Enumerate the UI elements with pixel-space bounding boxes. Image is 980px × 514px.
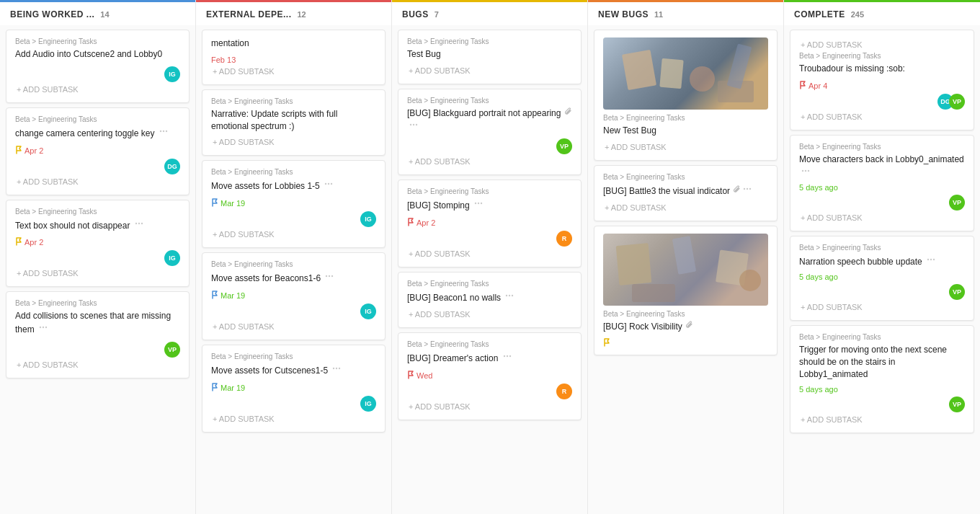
date-text: Mar 19 <box>220 384 245 392</box>
menu-dots-icon[interactable] <box>331 365 342 376</box>
days-ago: 5 days ago <box>799 183 965 192</box>
card-title: [BUG] Battle3 the visual indicator <box>603 184 752 198</box>
card-title-row: Narrative: Update scripts with full emot… <box>211 108 376 136</box>
task-card: Beta > Engineering Tasks Trigger for mov… <box>790 325 974 433</box>
card-title: Narrative: Update scripts with full emot… <box>211 108 376 133</box>
add-subtask-button[interactable]: + ADD SUBTASK <box>211 135 376 149</box>
svg-point-10 <box>328 183 329 185</box>
avatar-container: VP <box>799 284 965 300</box>
card-title-row: [BUG] Blackguard portrait not appearing <box>407 107 572 136</box>
menu-dots-icon[interactable] <box>742 186 752 196</box>
add-subtask-button[interactable]: + ADD SUBTASK <box>603 140 768 154</box>
svg-point-1 <box>163 130 164 132</box>
date-badge: Apr 2 <box>15 237 43 247</box>
card-breadcrumb: Beta > Engineering Tasks <box>407 340 572 348</box>
svg-point-9 <box>325 183 326 185</box>
card-title-row: [BUG] Dreamer's action <box>407 351 572 368</box>
column-count: 12 <box>297 10 306 19</box>
add-subtask-button[interactable]: + ADD SUBTASK <box>799 211 965 225</box>
card-title: [BUG] Blackguard portrait not appearing <box>407 107 572 133</box>
card-breadcrumb: Beta > Engineering Tasks <box>211 260 376 268</box>
card-breadcrumb: Beta > Engineering Tasks <box>799 143 965 151</box>
menu-dots-icon[interactable] <box>324 181 334 191</box>
add-subtask-button[interactable]: + ADD SUBTASK <box>407 63 572 78</box>
card-title-row: Text box should not disappear <box>15 218 180 235</box>
avatar-container: IG <box>211 211 376 227</box>
svg-point-24 <box>506 295 507 296</box>
add-subtask-button[interactable]: + ADD SUBTASK <box>407 154 572 169</box>
svg-point-3 <box>135 222 137 223</box>
add-subtask-button[interactable]: + ADD SUBTASK <box>211 64 376 79</box>
column-header: BUGS 7 <box>392 0 587 25</box>
column-title: BUGS <box>402 9 429 19</box>
card-breadcrumb: Beta > Engineering Tasks <box>211 97 376 105</box>
card-title-row: mentation <box>211 37 376 53</box>
task-card: Beta > Engineering Tasks Narrative: Upda… <box>202 89 386 156</box>
task-card: Beta > Engineering Tasks Move assets for… <box>202 345 386 433</box>
avatar-container: VP <box>407 138 572 154</box>
add-subtask-button[interactable]: + ADD SUBTASK <box>407 307 572 322</box>
card-title-row: New Test Bug <box>603 125 768 140</box>
svg-point-31 <box>747 188 748 190</box>
date-badge: Mar 19 <box>211 198 245 208</box>
menu-dots-icon[interactable] <box>502 353 512 363</box>
card-title: Move characters back in Lobby0_animated <box>799 154 965 180</box>
add-subtask-button[interactable]: + ADD SUBTASK <box>211 319 376 334</box>
column-body: Beta > Engineering Tasks New Test Bug + … <box>588 25 783 514</box>
card-title: Move assets for Lobbies 1-5 <box>211 179 334 192</box>
card-breadcrumb: Beta > Engineering Tasks <box>15 208 180 216</box>
menu-dots-icon[interactable] <box>134 221 144 231</box>
add-subtask-button[interactable]: + ADD SUBTASK <box>799 110 965 124</box>
card-title: Troubadour is missing :sob: <box>799 63 905 75</box>
menu-dots-icon[interactable] <box>926 257 936 267</box>
column-external-deps: EXTERNAL DEPE... 12 mentation Feb 13 + A… <box>196 0 392 514</box>
date-badge: Apr 2 <box>15 146 43 156</box>
add-subtask-button[interactable]: + ADD SUBTASK <box>407 247 572 261</box>
add-subtask-button[interactable]: + ADD SUBTASK <box>799 412 965 427</box>
task-card: + ADD SUBTASKBeta > Engineering Tasks Tr… <box>790 30 974 130</box>
task-card: Beta > Engineering Tasks [BUG] Dreamer's… <box>398 332 582 420</box>
add-subtask-top-button[interactable]: + ADD SUBTASK <box>799 37 965 52</box>
add-subtask-button[interactable]: + ADD SUBTASK <box>407 399 572 414</box>
svg-point-35 <box>808 169 809 171</box>
add-subtask-button[interactable]: + ADD SUBTASK <box>15 266 180 280</box>
card-breadcrumb: Beta > Engineering Tasks <box>15 299 180 307</box>
card-title-row: Troubadour is missing :sob: <box>799 63 965 78</box>
column-count: 14 <box>100 10 109 19</box>
card-breadcrumb: Beta > Engineering Tasks <box>603 114 768 122</box>
task-card: Beta > Engineering Tasks Test Bug + ADD … <box>398 30 582 84</box>
card-title-row: Move characters back in Lobby0_animated <box>799 154 965 182</box>
menu-dots-icon[interactable] <box>409 122 419 132</box>
column-being-worked: BEING WORKED ... 14 Beta > Engineering T… <box>0 0 196 514</box>
add-subtask-button[interactable]: + ADD SUBTASK <box>211 227 376 242</box>
avatar: IG <box>360 396 376 412</box>
add-subtask-button[interactable]: + ADD SUBTASK <box>603 200 768 215</box>
add-subtask-button[interactable]: + ADD SUBTASK <box>15 174 180 189</box>
card-footer: Apr 4 <box>799 81 965 91</box>
add-subtask-button[interactable]: + ADD SUBTASK <box>15 82 180 97</box>
menu-dots-icon[interactable] <box>159 128 169 138</box>
card-title-row: [BUG] Stomping <box>407 198 572 215</box>
card-footer: Apr 2 <box>15 237 180 247</box>
menu-dots-icon[interactable] <box>38 324 48 334</box>
task-card: Beta > Engineering Tasks [BUG] Blackguar… <box>398 89 582 176</box>
menu-dots-icon[interactable] <box>504 293 514 303</box>
menu-dots-icon[interactable] <box>324 273 334 283</box>
avatar-container: IG <box>211 396 376 412</box>
card-title: Move assets for Beacons1-6 <box>211 271 334 285</box>
avatar: IG <box>164 66 180 82</box>
svg-point-13 <box>329 275 330 277</box>
svg-point-17 <box>339 368 340 369</box>
add-subtask-button[interactable]: + ADD SUBTASK <box>799 300 965 314</box>
task-card: Beta > Engineering Tasks [BUG] Beacon1 n… <box>398 272 582 328</box>
add-subtask-button[interactable]: + ADD SUBTASK <box>15 358 180 372</box>
add-subtask-button[interactable]: + ADD SUBTASK <box>211 412 376 426</box>
svg-point-5 <box>141 222 143 223</box>
date-text: Wed <box>416 371 432 380</box>
column-header: EXTERNAL DEPE... 12 <box>196 0 391 25</box>
column-header: COMPLETE 245 <box>784 0 980 25</box>
menu-dots-icon[interactable] <box>801 168 811 178</box>
svg-point-16 <box>336 368 337 369</box>
menu-dots-icon[interactable] <box>473 200 484 211</box>
date-text: Mar 19 <box>220 291 245 300</box>
